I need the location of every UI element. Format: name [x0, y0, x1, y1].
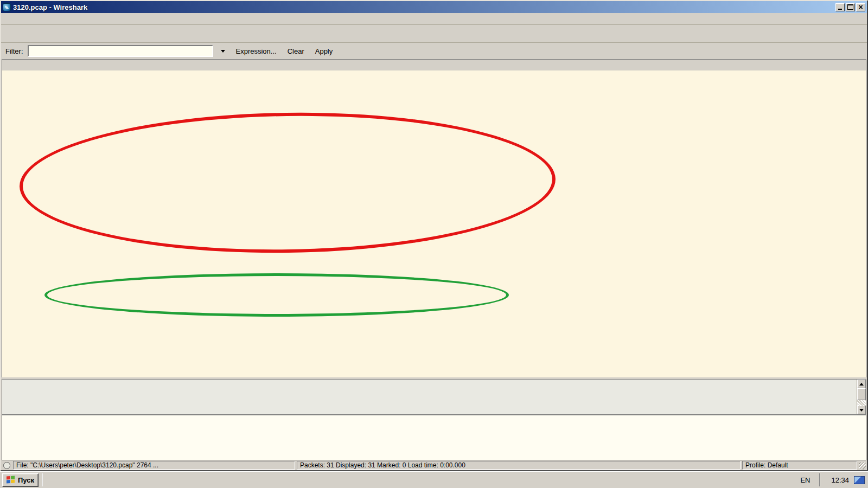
scroll-down-icon[interactable] [857, 406, 866, 414]
close-button[interactable] [856, 3, 865, 11]
show-desktop-icon[interactable] [854, 476, 865, 484]
maximize-button[interactable] [846, 3, 855, 11]
language-indicator[interactable]: EN [797, 476, 813, 484]
wireshark-window: 3120.pcap - Wireshark Filter: Expression… [0, 0, 868, 471]
filter-dropdown-button[interactable] [219, 47, 227, 55]
main-toolbar [1, 25, 867, 43]
system-tray: EN 12:34 [797, 473, 866, 486]
packet-details-pane [2, 379, 866, 415]
taskbar: Пуск EN 12:34 [0, 471, 868, 488]
scroll-up-icon[interactable] [857, 380, 866, 388]
scrollbar-track[interactable] [857, 400, 866, 406]
status-bar: File: "C:\Users\peter\Desktop\3120.pcap"… [1, 460, 867, 470]
tray-divider [819, 473, 820, 486]
filter-bar: Filter: Expression... Clear Apply [1, 43, 867, 59]
scrollbar-thumb[interactable] [857, 388, 866, 400]
packet-list-header [2, 60, 866, 70]
packet-rows [2, 70, 866, 377]
start-button[interactable]: Пуск [2, 473, 39, 487]
clear-button[interactable]: Clear [282, 46, 310, 56]
title-bar: 3120.pcap - Wireshark [1, 1, 867, 13]
expression-button[interactable]: Expression... [231, 46, 282, 56]
resize-grip[interactable] [859, 463, 866, 470]
taskbar-clock[interactable]: 12:34 [829, 476, 851, 484]
menu-bar [1, 13, 867, 25]
packet-list-pane [2, 59, 866, 377]
filter-label: Filter: [5, 47, 23, 55]
minimize-button[interactable] [835, 3, 845, 11]
apply-button[interactable]: Apply [310, 46, 339, 56]
expert-info-button[interactable] [3, 462, 10, 469]
hex-dump-pane [2, 415, 866, 460]
taskbar-divider [42, 473, 43, 486]
wireshark-logo-icon [3, 3, 11, 11]
window-title: 3120.pcap - Wireshark [13, 3, 834, 11]
windows-logo-icon [7, 476, 15, 484]
start-button-label: Пуск [18, 476, 34, 484]
filter-input[interactable] [28, 45, 213, 57]
details-scrollbar[interactable] [857, 380, 866, 414]
status-profile[interactable]: Profile: Default [742, 461, 857, 470]
status-file-info: File: "C:\Users\peter\Desktop\3120.pcap"… [13, 461, 295, 470]
status-packet-counts: Packets: 31 Displayed: 31 Marked: 0 Load… [297, 461, 741, 470]
